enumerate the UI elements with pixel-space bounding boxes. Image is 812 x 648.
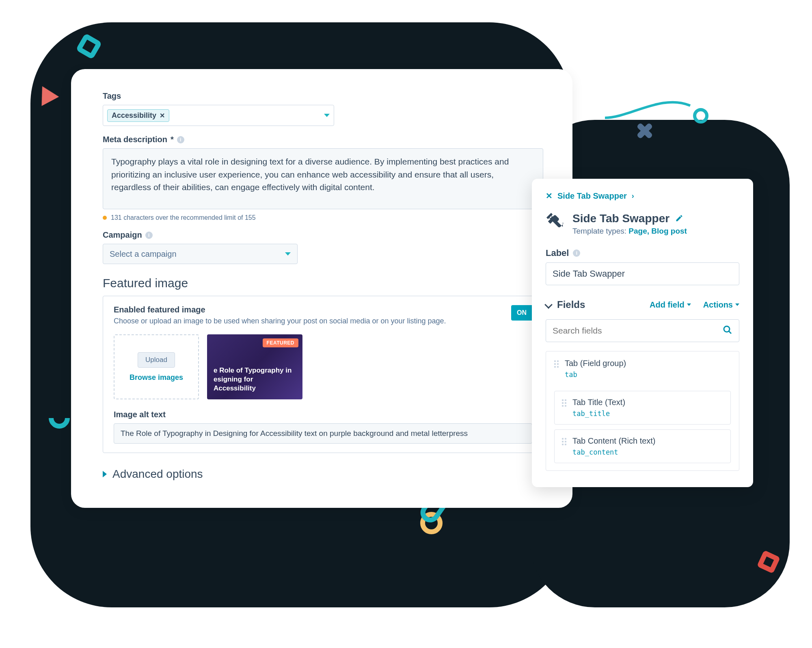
thumb-text-line2: esigning for Accessibility — [214, 375, 296, 393]
upload-button[interactable]: Upload — [138, 352, 175, 368]
template-types-link[interactable]: Page, Blog post — [628, 227, 687, 235]
field-item[interactable]: Tab Content (Rich text) tab_content — [554, 429, 731, 463]
fields-heading: Fields — [557, 299, 637, 310]
deco-x-icon — [636, 122, 654, 140]
tools-icon — [546, 212, 564, 232]
thumb-text-line1: e Role of Typography in — [214, 366, 296, 375]
alt-text-input[interactable] — [114, 423, 532, 444]
deco-teal-circle — [693, 108, 708, 124]
chevron-down-icon — [687, 303, 691, 306]
meta-description-label: Meta description * i — [103, 135, 543, 144]
info-icon[interactable]: i — [573, 249, 580, 257]
drag-handle-icon[interactable] — [562, 438, 567, 445]
featured-image-heading: Featured image — [103, 276, 543, 290]
featured-badge: FEATURED — [263, 338, 298, 347]
drag-handle-icon[interactable] — [554, 360, 559, 368]
add-field-button[interactable]: Add field — [650, 300, 691, 310]
warning-dot-icon — [103, 216, 107, 220]
field-group: Tab (Field group) tab Tab Title (Text) t… — [546, 351, 739, 471]
drag-handle-icon[interactable] — [562, 399, 567, 407]
tag-remove-icon[interactable]: ✕ — [160, 112, 165, 119]
campaign-select[interactable]: Select a campaign — [103, 244, 298, 264]
edit-icon[interactable] — [675, 212, 683, 225]
chevron-down-icon — [285, 252, 291, 256]
chevron-down-icon[interactable] — [544, 301, 553, 309]
featured-enabled-subtext: Choose or upload an image to be used whe… — [114, 317, 446, 325]
deco-connector-line — [605, 89, 694, 122]
campaign-label: Campaign i — [103, 230, 543, 240]
info-icon[interactable]: i — [177, 136, 184, 143]
tag-chip[interactable]: Accessibility ✕ — [107, 109, 169, 122]
field-item-code: tab_title — [572, 410, 625, 418]
svg-point-0 — [724, 326, 730, 332]
actions-button[interactable]: Actions — [703, 300, 739, 310]
info-icon[interactable]: i — [145, 232, 153, 239]
search-fields-input[interactable] — [553, 326, 723, 336]
featured-enabled-heading: Enabled featured image — [114, 305, 446, 314]
breadcrumb[interactable]: ✕ Side Tab Swapper › — [546, 191, 739, 201]
label-heading: Label i — [546, 248, 739, 258]
svg-line-1 — [729, 331, 731, 334]
upload-dropzone[interactable]: Upload Browse images — [114, 334, 199, 399]
field-item-title: Tab Content (Rich text) — [572, 436, 656, 446]
featured-thumbnail[interactable]: FEATURED e Role of Typography in esignin… — [207, 334, 302, 399]
breadcrumb-label: Side Tab Swapper — [557, 191, 627, 201]
campaign-placeholder: Select a campaign — [110, 249, 177, 259]
meta-warning: 131 characters over the recommended limi… — [103, 214, 543, 221]
tags-select[interactable]: Accessibility ✕ — [103, 105, 334, 126]
tag-chip-label: Accessibility — [112, 111, 156, 120]
featured-image-box: Enabled featured image Choose or upload … — [103, 296, 543, 453]
field-item[interactable]: Tab Title (Text) tab_title — [554, 391, 731, 425]
search-fields-box[interactable] — [546, 319, 739, 342]
side-panel: ✕ Side Tab Swapper › Side Tab Swapper Te… — [532, 179, 753, 487]
field-group-title: Tab (Field group) — [565, 359, 626, 368]
chevron-right-icon — [103, 471, 107, 477]
advanced-options-toggle[interactable]: Advanced options — [103, 468, 543, 481]
browse-images-link[interactable]: Browse images — [130, 373, 183, 382]
settings-card: Tags Accessibility ✕ Meta description * … — [71, 69, 572, 508]
field-group-code: tab — [565, 371, 626, 379]
field-item-code: tab_content — [572, 448, 656, 456]
featured-toggle[interactable]: ON — [511, 305, 532, 321]
search-icon[interactable] — [723, 325, 732, 336]
close-icon[interactable]: ✕ — [546, 191, 553, 201]
field-group-header[interactable]: Tab (Field group) tab — [546, 351, 739, 386]
chevron-right-icon: › — [632, 192, 634, 200]
template-types-line: Template types: Page, Blog post — [572, 227, 687, 236]
tags-label: Tags — [103, 91, 543, 101]
alt-text-label: Image alt text — [114, 410, 532, 419]
field-item-title: Tab Title (Text) — [572, 398, 625, 407]
label-input[interactable] — [546, 262, 739, 285]
chevron-down-icon — [735, 303, 739, 306]
chevron-down-icon — [324, 114, 330, 117]
meta-description-textarea[interactable]: Typography plays a vital role in designi… — [103, 148, 543, 209]
side-panel-title: Side Tab Swapper — [572, 212, 669, 225]
